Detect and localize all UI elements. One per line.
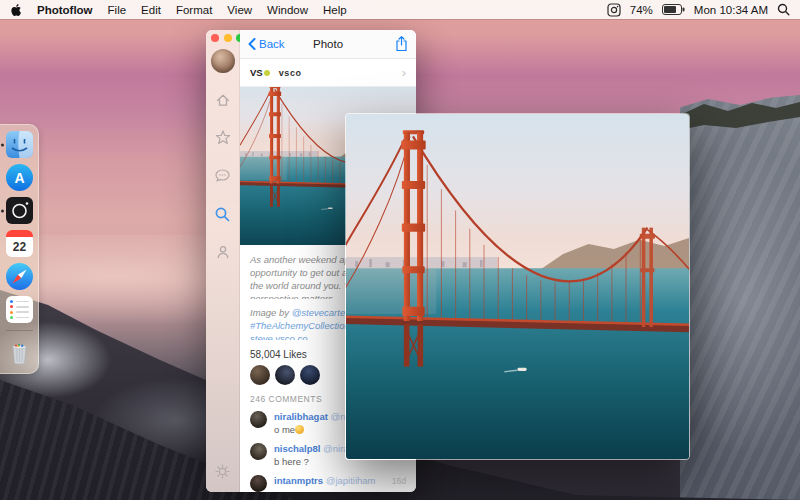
feed-header: Back Photo [240, 30, 416, 59]
menu-window[interactable]: Window [267, 4, 308, 16]
menu-view[interactable]: View [227, 4, 252, 16]
chevron-left-icon [248, 38, 256, 50]
settings-gear-icon[interactable] [215, 464, 230, 483]
menu-format[interactable]: Format [176, 4, 212, 16]
battery-percent: 74% [630, 4, 653, 16]
search-icon[interactable] [214, 205, 231, 223]
post-author-name: vsco [279, 68, 302, 78]
dock-finder-icon[interactable] [6, 131, 33, 158]
vsco-logo-dot [264, 70, 270, 76]
minimize-window-button[interactable] [224, 34, 232, 42]
photographer-link[interactable]: @stevecarter [292, 307, 349, 318]
dock-calendar-icon[interactable]: 22 [6, 230, 33, 257]
post-author-row[interactable]: VS vsco › [240, 59, 416, 87]
comment-username[interactable]: niralibhagat [274, 411, 328, 422]
menu-help[interactable]: Help [323, 4, 347, 16]
url-link[interactable]: steve.vsco.co [250, 333, 308, 340]
liker-avatar[interactable] [300, 365, 320, 385]
commenter-avatar[interactable] [250, 411, 267, 428]
photo-viewer-window[interactable] [345, 113, 690, 460]
menu-clock[interactable]: Mon 10:34 AM [694, 4, 768, 16]
liker-avatar[interactable] [275, 365, 295, 385]
user-avatar[interactable] [211, 49, 235, 73]
liker-avatar[interactable] [250, 365, 270, 385]
desktop: Photoflow File Edit Format View Window H… [0, 0, 800, 500]
star-icon[interactable] [215, 129, 231, 147]
dock-photoflow-icon[interactable] [6, 197, 33, 224]
comment-row: intanmptrs @japitiiham 16d [240, 468, 416, 492]
hashtag-link[interactable]: #TheAlchemyCollection [250, 320, 350, 331]
menu-edit[interactable]: Edit [141, 4, 161, 16]
joy-emoji [295, 425, 304, 434]
battery-icon[interactable] [662, 4, 685, 15]
photoflow-running-indicator [1, 209, 4, 212]
vsco-logo: VS [250, 67, 270, 78]
chevron-right-icon: › [402, 66, 406, 79]
close-window-button[interactable] [211, 34, 219, 42]
comment-username[interactable]: intanmptrs [274, 475, 323, 486]
dock-safari-icon[interactable] [6, 263, 33, 290]
spotlight-search-icon[interactable] [777, 3, 790, 16]
apple-menu-icon[interactable] [10, 3, 22, 17]
comment-timestamp: 16d [392, 474, 406, 486]
menu-file[interactable]: File [108, 4, 127, 16]
camera-menu-extra-icon[interactable] [607, 3, 621, 17]
dock-reminders-icon[interactable] [6, 296, 33, 323]
dock: A 22 [0, 124, 39, 374]
back-button[interactable]: Back [248, 38, 285, 50]
comment-mention[interactable]: @japitiiham [326, 475, 376, 486]
profile-icon[interactable] [215, 243, 231, 261]
menu-app-name[interactable]: Photoflow [37, 4, 93, 16]
share-icon [395, 36, 408, 52]
dock-appstore-icon[interactable]: A [6, 164, 33, 191]
commenter-avatar[interactable] [250, 443, 267, 460]
chat-icon[interactable] [214, 167, 231, 185]
app-sidebar [206, 30, 240, 492]
finder-running-indicator [1, 143, 4, 146]
comment-username[interactable]: nischalp8l [274, 443, 320, 454]
home-icon[interactable] [215, 91, 231, 109]
calendar-day: 22 [6, 237, 33, 257]
dock-trash-icon[interactable] [6, 338, 33, 367]
commenter-avatar[interactable] [250, 475, 267, 492]
menu-bar: Photoflow File Edit Format View Window H… [0, 0, 800, 19]
calendar-header [6, 230, 33, 237]
share-button[interactable] [395, 36, 408, 52]
dock-divider [6, 330, 33, 331]
